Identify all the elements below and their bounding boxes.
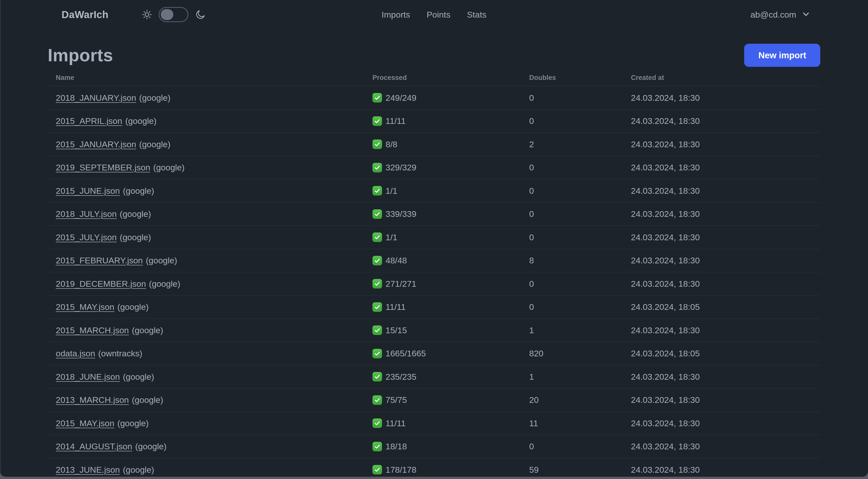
success-check-icon — [372, 116, 382, 126]
theme-toggle-switch[interactable] — [159, 7, 188, 22]
doubles-count: 20 — [529, 395, 539, 405]
doubles-cell: 0 — [521, 162, 623, 172]
created-at-value: 24.03.2024, 18:05 — [631, 349, 700, 358]
import-source-label: (google) — [117, 302, 149, 312]
success-check-icon — [372, 186, 382, 196]
processed-count: 11/11 — [385, 116, 406, 126]
processed-cell: 18/18 — [365, 442, 521, 451]
nav-link-points[interactable]: Points — [427, 10, 451, 20]
import-file-link[interactable]: 2015_JUNE.json — [56, 186, 120, 196]
created-at-cell: 24.03.2024, 18:30 — [623, 325, 820, 335]
doubles-cell: 0 — [521, 302, 623, 312]
created-at-value: 24.03.2024, 18:30 — [631, 325, 700, 335]
doubles-count: 820 — [529, 349, 544, 358]
app-window: DaWarIch — [0, 0, 868, 479]
page-head: Imports New import — [48, 41, 820, 69]
processed-cell: 178/178 — [365, 465, 521, 475]
doubles-count: 0 — [529, 209, 534, 219]
import-name-cell: 2018_JANUARY.json(google) — [48, 93, 365, 103]
import-source-label: (google) — [139, 93, 170, 103]
import-file-link[interactable]: 2013_MARCH.json — [56, 395, 129, 405]
import-source-label: (google) — [139, 140, 170, 149]
success-check-icon — [372, 233, 382, 242]
created-at-value: 24.03.2024, 18:30 — [631, 372, 700, 382]
new-import-button[interactable]: New import — [744, 44, 820, 67]
processed-cell: 11/11 — [365, 418, 521, 428]
import-file-link[interactable]: 2018_JULY.json — [56, 209, 117, 219]
main-nav: ImportsPointsStats — [381, 0, 486, 29]
success-check-icon — [372, 140, 382, 149]
import-file-link[interactable]: 2015_MARCH.json — [56, 325, 129, 335]
import-name-cell: 2013_JUNE.json(google) — [48, 465, 365, 475]
doubles-count: 59 — [529, 465, 539, 475]
processed-cell: 339/339 — [365, 209, 521, 219]
app-logo[interactable]: DaWarIch — [62, 9, 108, 20]
created-at-value: 24.03.2024, 18:30 — [631, 395, 700, 405]
created-at-cell: 24.03.2024, 18:05 — [623, 302, 820, 312]
success-check-icon — [372, 209, 382, 219]
moon-icon — [195, 9, 206, 20]
user-email: ab@cd.com — [750, 10, 796, 20]
import-file-link[interactable]: 2015_JANUARY.json — [56, 140, 136, 149]
table-row: 2018_JANUARY.json(google)249/249024.03.2… — [48, 86, 820, 109]
import-file-link[interactable]: 2015_MAY.json — [56, 418, 114, 428]
import-name-cell: 2015_JANUARY.json(google) — [48, 140, 365, 149]
navbar-left: DaWarIch — [62, 0, 206, 29]
doubles-cell: 1 — [521, 372, 623, 382]
processed-count: 48/48 — [385, 256, 407, 265]
import-source-label: (google) — [146, 256, 177, 265]
doubles-cell: 8 — [521, 256, 623, 265]
theme-toggle[interactable] — [142, 7, 206, 22]
table-row: 2015_MAY.json(google)11/111124.03.2024, … — [48, 411, 820, 435]
column-header-name: Name — [48, 74, 365, 82]
processed-count: 1/1 — [385, 233, 397, 242]
import-file-link[interactable]: odata.json — [56, 349, 95, 358]
created-at-value: 24.03.2024, 18:30 — [631, 140, 700, 149]
created-at-value: 24.03.2024, 18:30 — [631, 279, 700, 289]
import-file-link[interactable]: 2015_APRIL.json — [56, 116, 122, 126]
import-source-label: (google) — [123, 465, 154, 475]
table-row: 2018_JULY.json(google)339/339024.03.2024… — [48, 202, 820, 226]
processed-cell: 1/1 — [365, 186, 521, 196]
created-at-cell: 24.03.2024, 18:30 — [623, 256, 820, 265]
toggle-knob — [161, 9, 173, 20]
import-source-label: (owntracks) — [98, 349, 143, 358]
nav-link-imports[interactable]: Imports — [381, 10, 410, 20]
imports-table-body: 2018_JANUARY.json(google)249/249024.03.2… — [48, 86, 820, 477]
import-file-link[interactable]: 2014_AUGUST.json — [56, 442, 132, 451]
import-name-cell: 2015_JUNE.json(google) — [48, 186, 365, 196]
page-content: Imports New import Name Processed Double… — [0, 41, 868, 477]
import-file-link[interactable]: 2015_FEBRUARY.json — [56, 256, 143, 265]
processed-count: 1665/1665 — [385, 349, 426, 358]
created-at-value: 24.03.2024, 18:05 — [631, 302, 700, 312]
doubles-cell: 0 — [521, 279, 623, 289]
import-file-link[interactable]: 2019_SEPTEMBER.json — [56, 162, 150, 172]
created-at-value: 24.03.2024, 18:30 — [631, 186, 700, 196]
success-check-icon — [372, 465, 382, 475]
created-at-cell: 24.03.2024, 18:30 — [623, 116, 820, 126]
import-file-link[interactable]: 2013_JUNE.json — [56, 465, 120, 475]
user-menu[interactable]: ab@cd.com — [750, 0, 811, 29]
created-at-cell: 24.03.2024, 18:30 — [623, 279, 820, 289]
import-file-link[interactable]: 2018_JUNE.json — [56, 372, 120, 382]
table-row: 2015_FEBRUARY.json(google)48/48824.03.20… — [48, 249, 820, 272]
doubles-cell: 20 — [521, 395, 623, 405]
processed-count: 1/1 — [385, 186, 397, 196]
created-at-value: 24.03.2024, 18:30 — [631, 162, 700, 172]
nav-link-stats[interactable]: Stats — [467, 10, 486, 20]
import-file-link[interactable]: 2015_JULY.json — [56, 233, 117, 242]
import-file-link[interactable]: 2018_JANUARY.json — [56, 93, 136, 103]
table-row: odata.json(owntracks)1665/166582024.03.2… — [48, 342, 820, 365]
import-name-cell: 2019_DECEMBER.json(google) — [48, 279, 365, 289]
doubles-cell: 0 — [521, 209, 623, 219]
import-file-link[interactable]: 2019_DECEMBER.json — [56, 279, 146, 289]
created-at-value: 24.03.2024, 18:30 — [631, 93, 700, 103]
import-source-label: (google) — [120, 209, 151, 219]
created-at-cell: 24.03.2024, 18:30 — [623, 233, 820, 242]
table-row: 2015_JUNE.json(google)1/1024.03.2024, 18… — [48, 179, 820, 202]
horizontal-scrollbar[interactable] — [0, 477, 868, 479]
doubles-count: 0 — [529, 93, 534, 103]
import-file-link[interactable]: 2015_MAY.json — [56, 302, 114, 312]
table-row: 2015_MAY.json(google)11/11024.03.2024, 1… — [48, 295, 820, 319]
import-name-cell: 2015_APRIL.json(google) — [48, 116, 365, 126]
